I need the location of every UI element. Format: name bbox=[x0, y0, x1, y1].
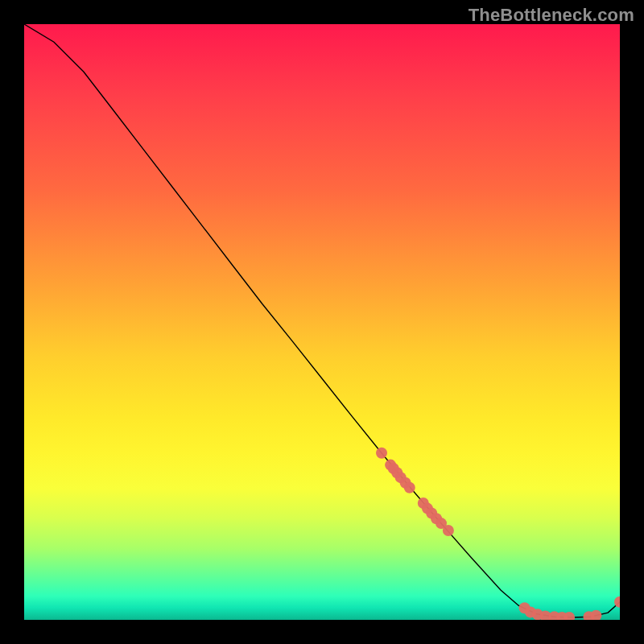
data-point bbox=[376, 448, 387, 459]
chart-stage: TheBottleneck.com bbox=[0, 0, 644, 644]
curve-line bbox=[24, 24, 620, 617]
watermark-text: TheBottleneck.com bbox=[469, 5, 634, 26]
plot-area bbox=[24, 24, 620, 620]
data-point bbox=[443, 525, 454, 536]
chart-svg-layer bbox=[24, 24, 620, 620]
scatter-dots bbox=[376, 448, 620, 620]
data-point bbox=[404, 482, 415, 493]
data-point bbox=[590, 610, 601, 620]
